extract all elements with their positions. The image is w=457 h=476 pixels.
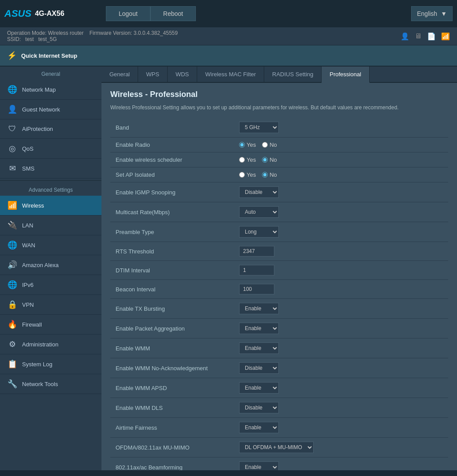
sidebar-item-amazon-alexa[interactable]: 🔊Amazon Alexa: [0, 255, 101, 275]
status-bar: Operation Mode: Wireless router Firmware…: [0, 27, 457, 45]
amazon-alexa-icon: 🔊: [7, 260, 18, 270]
sidebar-item-network-map[interactable]: 🌐Network Map: [0, 80, 101, 100]
page-title: Wireless - Professional: [110, 90, 448, 99]
sidebar-label-lan: LAN: [22, 222, 33, 229]
tab-professional[interactable]: Professional: [322, 67, 370, 83]
control-ofdma-mu-mimo: DL OFDMA + MU-MIMODisableEnable: [234, 438, 448, 457]
content-area: GeneralWPSWDSWireless MAC FilterRADIUS S…: [101, 67, 457, 470]
select-airtime-fairness[interactable]: EnableDisable: [239, 422, 279, 433]
radio-group-ap-isolated: YesNo: [239, 171, 443, 178]
radio-label-enable-radio-yes[interactable]: Yes: [239, 141, 256, 148]
radio-label-ap-isolated-yes[interactable]: Yes: [239, 171, 256, 178]
qos-icon: ◎: [7, 144, 18, 153]
operation-mode-label: Operation Mode:: [7, 30, 46, 36]
setting-row-wmm-apsd: Enable WMM APSDEnableDisable: [110, 378, 448, 398]
radio-enable-radio-no[interactable]: [262, 142, 268, 148]
tab-general[interactable]: General: [101, 67, 138, 82]
radio-group-enable-radio: YesNo: [239, 141, 443, 148]
language-selector[interactable]: English ▼: [411, 6, 453, 21]
select-wmm[interactable]: EnableDisable: [239, 342, 279, 354]
sidebar-label-guest-network: Guest Network: [22, 106, 60, 113]
select-igmp-snooping[interactable]: DisableEnable: [239, 186, 279, 198]
sidebar-item-wan[interactable]: 🌐WAN: [0, 235, 101, 255]
sidebar-item-system-log[interactable]: 📋System Log: [0, 354, 101, 374]
label-airtime-fairness: Airtime Fairness: [110, 418, 234, 438]
select-wmm-apsd[interactable]: EnableDisable: [239, 382, 279, 394]
label-igmp-snooping: Enable IGMP Snooping: [110, 182, 234, 202]
tab-wds[interactable]: WDS: [168, 67, 197, 82]
dropdown-icon: ▼: [441, 10, 447, 17]
system-log-icon: 📋: [7, 359, 18, 369]
header-buttons: Logout Reboot: [106, 6, 196, 21]
tab-mac-filter[interactable]: Wireless MAC Filter: [197, 67, 264, 82]
radio-label-wireless-scheduler-no[interactable]: No: [262, 156, 277, 163]
control-enable-radio: YesNo: [234, 138, 448, 152]
radio-enable-radio-yes[interactable]: [239, 142, 245, 148]
radio-ap-isolated-no[interactable]: [262, 172, 268, 178]
setting-row-igmp-snooping: Enable IGMP SnoopingDisableEnable: [110, 182, 448, 202]
input-beacon-interval[interactable]: [239, 284, 274, 294]
setting-row-enable-radio: Enable RadioYesNo: [110, 138, 448, 152]
setting-row-packet-aggregation: Enable Packet AggregationEnableDisable: [110, 319, 448, 338]
setting-row-wireless-scheduler: Enable wireless schedulerYesNo: [110, 152, 448, 167]
status-icons: 👤 🖥 📄 📶: [401, 32, 450, 41]
select-wmm-no-ack[interactable]: DisableEnable: [239, 362, 279, 374]
sidebar-item-ipv6[interactable]: 🌐IPv6: [0, 275, 101, 295]
sidebar-item-qos[interactable]: ◎QoS: [0, 139, 101, 159]
label-beamforming: 802.11ax/ac Beamforming: [110, 457, 234, 471]
label-band: Band: [110, 118, 234, 138]
reboot-button[interactable]: Reboot: [150, 6, 196, 21]
setting-row-preamble-type: Preamble TypeLongShort: [110, 222, 448, 242]
select-tx-bursting[interactable]: EnableDisable: [239, 303, 279, 314]
sidebar-item-guest-network[interactable]: 👤Guest Network: [0, 100, 101, 119]
ssid-5g[interactable]: test_5G: [38, 36, 57, 42]
control-dtim-interval: [234, 261, 448, 280]
radio-wireless-scheduler-yes[interactable]: [239, 157, 245, 163]
sidebar-item-lan[interactable]: 🔌LAN: [0, 216, 101, 235]
tab-radius[interactable]: RADIUS Setting: [264, 67, 322, 82]
sms-icon: ✉: [7, 164, 18, 173]
label-wmm-no-ack: Enable WMM No-Acknowledgement: [110, 358, 234, 378]
select-beamforming[interactable]: EnableDisable: [239, 461, 279, 470]
firmware-value[interactable]: 3.0.0.4.382_45559: [134, 30, 178, 36]
select-multicast-rate[interactable]: Auto125.511: [239, 206, 279, 218]
administration-icon: ⚙: [7, 339, 18, 349]
sidebar-item-wireless[interactable]: 📶Wireless: [0, 196, 101, 216]
select-preamble-type[interactable]: LongShort: [239, 226, 279, 238]
select-ofdma-mu-mimo[interactable]: DL OFDMA + MU-MIMODisableEnable: [239, 442, 314, 453]
ssid-2g[interactable]: test: [25, 36, 34, 42]
quick-setup-bar[interactable]: ⚡ Quick Internet Setup: [0, 45, 457, 67]
radio-label-wireless-scheduler-yes[interactable]: Yes: [239, 156, 256, 163]
header: ASUS 4G-AX56 Logout Reboot English ▼: [0, 0, 457, 27]
input-rts-threshold[interactable]: [239, 246, 274, 257]
setting-row-rts-threshold: RTS Threshold: [110, 242, 448, 261]
control-wmm-apsd: EnableDisable: [234, 378, 448, 398]
sidebar-label-amazon-alexa: Amazon Alexa: [22, 262, 59, 268]
control-multicast-rate: Auto125.511: [234, 202, 448, 222]
sidebar-item-firewall[interactable]: 🔥Firewall: [0, 315, 101, 335]
sidebar-item-aiprotection[interactable]: 🛡AiProtection: [0, 119, 101, 139]
logout-button[interactable]: Logout: [106, 6, 150, 21]
select-packet-aggregation[interactable]: EnableDisable: [239, 323, 279, 334]
setting-row-ofdma-mu-mimo: OFDMA/802.11ax MU-MIMODL OFDMA + MU-MIMO…: [110, 438, 448, 457]
vpn-icon: 🔒: [7, 300, 18, 309]
control-airtime-fairness: EnableDisable: [234, 418, 448, 438]
sidebar-item-sms[interactable]: ✉SMS: [0, 159, 101, 178]
control-preamble-type: LongShort: [234, 222, 448, 242]
operation-mode-value[interactable]: Wireless router: [48, 30, 84, 36]
control-wireless-scheduler: YesNo: [234, 152, 448, 167]
sidebar-item-vpn[interactable]: 🔒VPN: [0, 295, 101, 315]
sidebar-item-administration[interactable]: ⚙Administration: [0, 335, 101, 354]
tab-wps[interactable]: WPS: [138, 67, 168, 82]
radio-ap-isolated-yes[interactable]: [239, 172, 245, 178]
setting-row-wmm-no-ack: Enable WMM No-AcknowledgementDisableEnab…: [110, 358, 448, 378]
radio-label-ap-isolated-no[interactable]: No: [262, 171, 277, 178]
select-band[interactable]: 2.4 GHz5 GHz: [239, 122, 279, 133]
radio-label-enable-radio-no[interactable]: No: [262, 141, 277, 148]
select-wmm-dls[interactable]: DisableEnable: [239, 402, 279, 413]
sidebar-item-network-tools[interactable]: 🔧Network Tools: [0, 374, 101, 394]
input-dtim-interval[interactable]: [239, 265, 274, 275]
setting-row-beamforming: 802.11ax/ac BeamformingEnableDisable: [110, 457, 448, 471]
quick-setup-label: Quick Internet Setup: [21, 52, 77, 59]
radio-wireless-scheduler-no[interactable]: [262, 157, 268, 163]
